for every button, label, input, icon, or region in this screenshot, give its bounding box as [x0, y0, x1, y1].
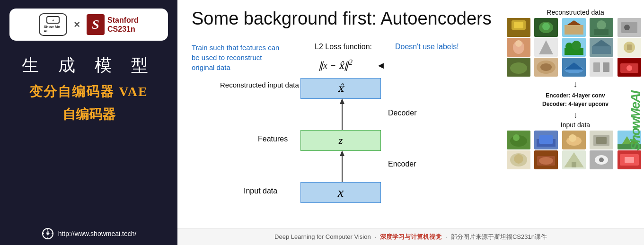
- box-x: x: [300, 182, 381, 203]
- label-encoder: Encoder: [388, 160, 416, 168]
- watermark: ShowMeAI: [627, 28, 644, 214]
- box-z: z: [300, 130, 381, 151]
- input-image-grid: [507, 131, 644, 169]
- formula-text: ‖x − x̂‖2: [318, 60, 353, 70]
- sidebar-subtitle-autoencoder: 自编码器: [62, 105, 115, 123]
- stanford-logo: S Stanford CS231n: [87, 14, 139, 35]
- logo-row: Show Me AI × S Stanford CS231n: [9, 9, 168, 41]
- img-cell: [590, 38, 613, 57]
- reconstructed-data-label: Reconstructed data: [507, 9, 644, 16]
- svg-point-57: [513, 134, 520, 141]
- x-separator: ×: [74, 18, 80, 31]
- main-panel: Some background first: Autoencoders Trai…: [177, 0, 644, 245]
- svg-rect-51: [603, 62, 609, 72]
- compass-icon: [41, 227, 54, 240]
- input-data-label: Input data: [507, 121, 644, 129]
- svg-rect-18: [565, 25, 583, 35]
- img-cell: [562, 38, 586, 57]
- label-features: Features: [258, 135, 288, 143]
- showmeai-icon: [46, 16, 60, 24]
- sidebar-url-row: http://www.showmeai.tech/: [41, 222, 137, 240]
- l2-formula: ‖x − x̂‖2 ◄: [318, 58, 386, 71]
- svg-point-21: [597, 20, 606, 30]
- footer-dot2: ·: [445, 233, 447, 240]
- footer: Deep Learning for Computer Vision · 深度学习…: [177, 228, 644, 245]
- img-cell: [507, 131, 530, 149]
- img-cell: [507, 150, 530, 169]
- svg-rect-60: [539, 135, 553, 144]
- no-labels-annotation: Doesn't use labels!: [395, 43, 459, 51]
- slide-title: Some background first: Autoencoders: [192, 9, 492, 29]
- sidebar-url: http://www.showmeai.tech/: [58, 230, 137, 237]
- img-cell: [534, 150, 558, 169]
- encoder-info: Encoder: 4-layer conv Decoder: 4-layer u…: [507, 91, 644, 108]
- img-cell: [562, 131, 586, 149]
- img-cell: [534, 38, 558, 57]
- img-cell: [590, 58, 613, 77]
- img-cell: [507, 58, 530, 77]
- stanford-text: Stanford CS231n: [107, 16, 139, 34]
- down-arrow-encoder: ↓: [507, 79, 644, 89]
- encoder-line1: Encoder: 4-layer conv: [546, 92, 605, 99]
- l2-loss-label: L2 Loss function:: [315, 43, 372, 51]
- stanford-name: Stanford: [107, 16, 139, 25]
- svg-point-42: [510, 62, 527, 74]
- img-cell: [590, 131, 613, 149]
- footer-text1: Deep Learning for Computer Vision: [274, 233, 371, 240]
- down-arrow-input: ↓: [507, 110, 644, 120]
- footer-text3: 部分图片来源于斯坦福CS231n课件: [451, 233, 547, 241]
- svg-rect-66: [596, 137, 607, 144]
- img-cell: [534, 18, 558, 37]
- box-xhat: x̂: [300, 78, 381, 99]
- svg-marker-10: [340, 150, 344, 156]
- z-symbol: z: [339, 134, 343, 147]
- stanford-course: CS231n: [107, 25, 139, 34]
- svg-point-63: [569, 134, 576, 142]
- images-area: Reconstructed data: [507, 9, 644, 172]
- svg-point-16: [542, 23, 550, 30]
- reconstructed-image-grid: [507, 18, 644, 77]
- watermark-text: ShowMeAI: [628, 91, 643, 151]
- footer-text2: 深度学习与计算机视觉: [380, 233, 441, 241]
- img-cell: [507, 38, 530, 57]
- svg-rect-50: [593, 62, 600, 72]
- svg-point-34: [572, 41, 581, 50]
- showmeai-logo: Show Me AI: [39, 13, 67, 36]
- sidebar-subtitle-vae: 变分自编码器 VAE: [29, 83, 148, 101]
- svg-rect-22: [594, 29, 609, 35]
- img-cell: [562, 150, 586, 169]
- decoder-line2: Decoder: 4-layer upconv: [542, 101, 609, 107]
- sidebar-title: 生 成 模 型: [22, 54, 156, 77]
- img-cell: [590, 150, 613, 169]
- svg-point-73: [514, 154, 523, 164]
- svg-point-2: [47, 233, 49, 235]
- label-reconstructed: Reconstructed input data: [220, 80, 299, 90]
- footer-dot1: ·: [375, 233, 377, 240]
- arrow-z-to-xhat: [337, 150, 347, 184]
- svg-rect-79: [572, 162, 576, 167]
- img-cell: [590, 18, 613, 37]
- diagram-area: Train such that features can be used to …: [192, 43, 513, 222]
- svg-point-82: [599, 158, 604, 162]
- svg-point-45: [540, 63, 552, 71]
- label-decoder: Decoder: [388, 109, 416, 117]
- showmeai-label: Show Me AI: [44, 25, 62, 33]
- svg-point-28: [515, 40, 522, 47]
- img-cell: [562, 18, 586, 37]
- svg-rect-49: [590, 58, 613, 77]
- stanford-s-letter: S: [87, 14, 105, 35]
- arrow-xhat-to-z: [337, 98, 347, 131]
- main-content: Some background first: Autoencoders Trai…: [177, 0, 644, 228]
- xhat-symbol: x̂: [338, 82, 344, 95]
- img-cell: [507, 18, 530, 37]
- x-symbol: x: [338, 185, 344, 200]
- img-cell: [534, 131, 558, 149]
- svg-rect-36: [592, 46, 611, 54]
- img-cell: [534, 58, 558, 77]
- svg-marker-8: [340, 98, 344, 104]
- annotation-blue: Train such that features can be used to …: [192, 43, 282, 72]
- sidebar: Show Me AI × S Stanford CS231n 生 成 模 型 变…: [0, 0, 177, 245]
- label-inputdata: Input data: [244, 187, 277, 195]
- svg-point-76: [539, 157, 553, 165]
- img-cell: [562, 58, 586, 77]
